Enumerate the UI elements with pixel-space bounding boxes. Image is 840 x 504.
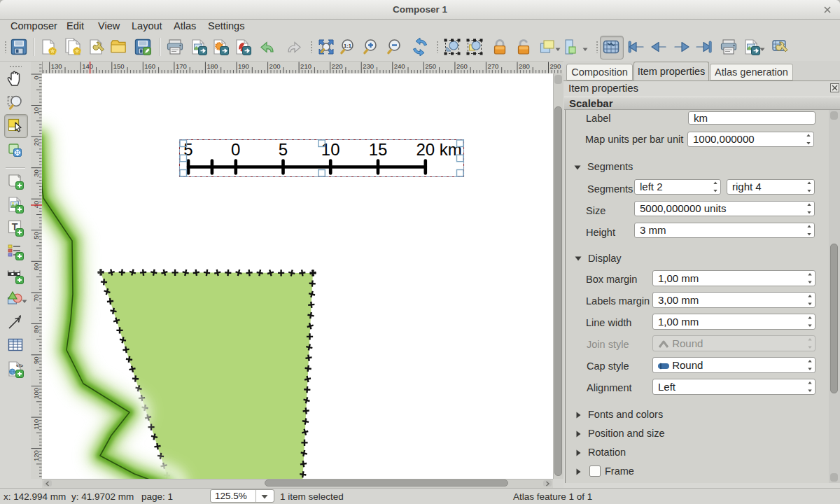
svg-text:5: 5 — [279, 140, 288, 159]
svg-text:100: 100 — [32, 388, 40, 399]
svg-text:210: 210 — [300, 62, 312, 70]
svg-text:90: 90 — [32, 356, 40, 364]
svg-text:0: 0 — [231, 140, 240, 159]
svg-text:250: 250 — [425, 62, 436, 70]
svg-text:10: 10 — [32, 107, 40, 115]
svg-text:280: 280 — [519, 62, 530, 70]
svg-text:120: 120 — [32, 450, 40, 461]
svg-text:30: 30 — [32, 169, 40, 177]
svg-text:170: 170 — [176, 62, 187, 70]
svg-text:20 km: 20 km — [416, 140, 461, 159]
svg-text:160: 160 — [144, 62, 155, 70]
svg-text:230: 230 — [363, 62, 374, 70]
svg-text:290: 290 — [550, 62, 561, 70]
svg-text:200: 200 — [270, 62, 281, 70]
svg-text:70: 70 — [32, 294, 40, 302]
svg-text:140: 140 — [82, 62, 93, 70]
svg-text:260: 260 — [456, 62, 468, 70]
svg-text:110: 110 — [32, 419, 40, 430]
svg-text:190: 190 — [238, 62, 249, 70]
svg-text:20: 20 — [32, 139, 40, 146]
svg-text:80: 80 — [32, 326, 40, 333]
svg-text:180: 180 — [206, 62, 218, 70]
svg-text:15: 15 — [369, 140, 388, 159]
svg-text:220: 220 — [332, 62, 343, 70]
svg-text:1:1: 1:1 — [344, 43, 351, 49]
svg-text:0: 0 — [32, 76, 40, 80]
svg-text:60: 60 — [32, 263, 40, 271]
svg-text:50: 50 — [32, 232, 40, 239]
svg-text:130: 130 — [51, 62, 62, 70]
svg-text:240: 240 — [394, 62, 405, 70]
svg-text:</>: </> — [16, 363, 23, 368]
svg-text:40: 40 — [32, 201, 40, 209]
svg-text:270: 270 — [487, 62, 498, 70]
svg-text:150: 150 — [113, 62, 125, 70]
